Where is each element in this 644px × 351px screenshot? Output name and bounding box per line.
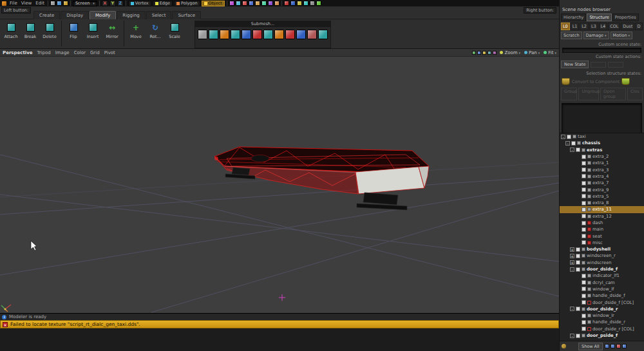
submesh-icon[interactable] [242,30,251,39]
group-group-button[interactable]: Group [561,88,577,100]
tree-item[interactable]: door_dside_r [COL] [560,326,644,332]
viewport-menu-color[interactable]: Color [74,50,86,55]
submesh-icon[interactable] [318,30,328,39]
menu-file[interactable]: File [8,1,19,6]
tree-item[interactable]: handle_dside_f [560,292,644,299]
status-bar-error[interactable]: × Failed to locate texture "script_rt_di… [0,320,559,328]
lod-tab-d[interactable]: D [635,23,643,30]
expander-icon[interactable]: - [570,147,574,152]
tree-item[interactable]: indicator_lf1 [560,272,644,279]
viewport-option-icon[interactable] [472,51,476,55]
submesh-icon[interactable] [296,30,306,39]
basket-icon[interactable] [562,78,570,85]
panel-icon[interactable] [605,344,609,348]
tree-item[interactable]: -extras [560,147,644,153]
visibility-checkbox[interactable] [582,201,586,205]
visibility-checkbox[interactable] [582,167,586,172]
tree-item[interactable]: +bodyshell [560,246,644,252]
tab-rigging[interactable]: Rigging [117,11,146,19]
tree-item[interactable]: extra_11 [560,206,644,213]
tree-item[interactable]: -door_dside_r [560,306,644,312]
tree-item[interactable]: dash [560,220,644,226]
visibility-checkbox[interactable] [582,294,586,298]
expander-icon[interactable]: - [570,334,574,338]
tree-item[interactable]: extra_8 [560,200,644,206]
variant-motion-button[interactable]: Motion▾ [611,32,633,39]
toolbar-icon[interactable] [63,1,68,6]
lod-tab-dust[interactable]: Dust [621,23,634,30]
tab-create[interactable]: Create [33,11,60,19]
visibility-checkbox[interactable] [576,254,580,258]
toolbar-icon[interactable] [50,1,55,6]
state-action-button[interactable] [591,62,606,68]
submesh-icon[interactable] [307,30,317,39]
visibility-checkbox[interactable] [576,147,580,152]
visibility-checkbox[interactable] [576,247,580,252]
viewport-3d[interactable] [0,57,559,313]
visibility-checkbox[interactable] [576,307,580,311]
toolbar-icon[interactable] [284,1,289,6]
toolbar-icon[interactable] [242,1,247,6]
toolbar-icon[interactable] [255,1,260,6]
tool-delete-button[interactable]: Delete [40,20,59,48]
submesh-icon[interactable] [285,30,295,39]
expander-icon[interactable]: + [570,254,574,258]
toolbar-icon[interactable] [57,1,62,6]
tab-select[interactable]: Select [146,11,172,19]
tree-item[interactable]: dcryl_cam [560,280,644,286]
visibility-checkbox[interactable] [582,207,586,212]
tree-item[interactable]: extra_12 [560,213,644,220]
expander-icon[interactable]: - [570,307,574,311]
filter-icon[interactable] [562,344,566,348]
panel-icon[interactable] [622,344,627,348]
tree-item[interactable]: extra_9 [560,186,644,193]
viewport-fit-control[interactable]: Fit▾ [544,50,556,55]
tab-display[interactable]: Display [61,11,89,19]
visibility-checkbox[interactable] [582,187,586,192]
lod-tab-l0[interactable]: L0 [561,23,570,30]
tree-item[interactable]: -chassis [560,140,644,146]
visibility-checkbox[interactable] [582,300,586,305]
visibility-checkbox[interactable] [571,141,576,146]
visibility-checkbox[interactable] [582,280,586,285]
basket-arrow-icon[interactable] [621,78,630,85]
submesh-icon[interactable] [252,30,262,39]
group-clos-button[interactable]: Clos [627,88,643,100]
tree-item[interactable]: extra_1 [560,160,644,166]
toolbar-icon[interactable] [310,1,315,6]
toolbar-icon[interactable] [316,1,321,6]
scene-state-combo[interactable] [562,48,641,53]
tree-item[interactable]: extra_7 [560,180,644,186]
tool-move-button[interactable]: +Move [126,20,146,48]
visibility-checkbox[interactable] [582,327,586,331]
tree-item[interactable]: +windscreen_r [560,252,644,259]
mode-button-vertex[interactable]: Vertex [128,1,151,6]
tree-item[interactable]: extra_3 [560,166,644,173]
submesh-icon[interactable] [263,30,273,39]
tree-item[interactable]: -taxi [560,133,644,140]
visibility-checkbox[interactable] [582,240,586,245]
panel-icon[interactable] [616,344,621,348]
tree-item[interactable]: extra_4 [560,173,644,180]
submesh-icon[interactable] [220,30,229,39]
show-all-button[interactable]: Show All [578,343,603,350]
viewport-menu-pivot[interactable]: Pivot [104,50,115,55]
tree-item[interactable]: extra_2 [560,153,644,160]
new-state-button[interactable]: New State [561,61,589,68]
submesh-icon[interactable] [198,30,207,39]
group-opengroup-button[interactable]: Open group [600,88,626,100]
toolbar-icon[interactable] [261,1,267,6]
browser-tab-properties[interactable]: Properties [612,14,639,21]
toolbar-icon[interactable] [274,1,279,6]
viewport-menu-tripod[interactable]: Tripod [37,50,50,55]
tree-item[interactable]: -door_dside_f [560,266,644,272]
viewport-option-icon[interactable] [488,51,491,55]
convert-to-component-button[interactable]: Convert to Component [572,79,620,84]
tool-flip-button[interactable]: Flip [64,20,83,48]
tree-item[interactable]: misc [560,240,644,246]
viewport-option-icon[interactable] [493,51,497,55]
visibility-checkbox[interactable] [582,214,586,218]
axis-button-z[interactable]: Z [117,1,124,6]
tab-modify[interactable]: Modify [90,11,116,19]
tree-item[interactable]: door_dside_f [COL] [560,299,644,305]
